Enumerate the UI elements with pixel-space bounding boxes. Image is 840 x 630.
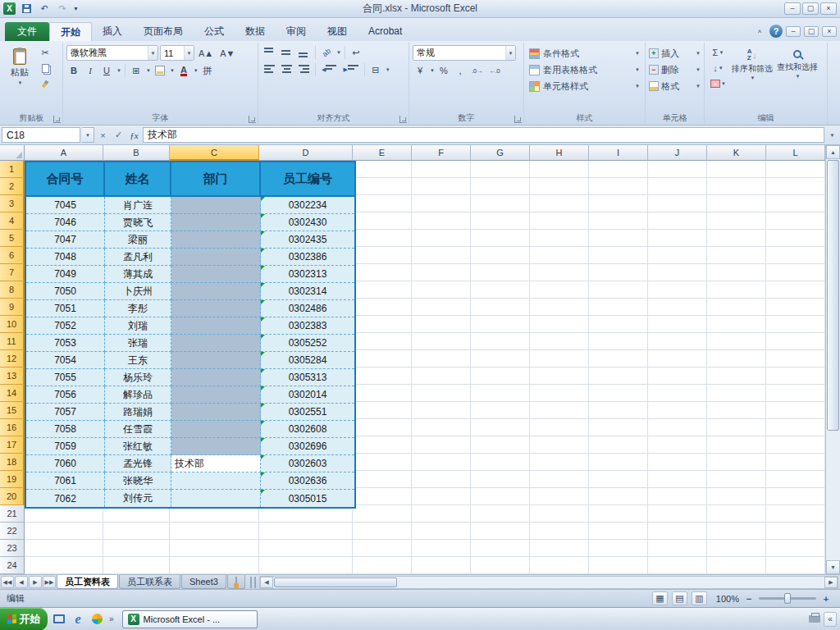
row-header-2[interactable]: 2: [0, 178, 25, 195]
minimize-button[interactable]: –: [784, 2, 801, 15]
font-color-dropdown-icon[interactable]: ▼: [194, 68, 199, 73]
table-header-B[interactable]: 姓名: [105, 162, 171, 197]
row-header-1[interactable]: 1: [0, 161, 25, 178]
align-top-button[interactable]: [262, 45, 277, 60]
cell-C9[interactable]: [171, 300, 261, 317]
vertical-scrollbar[interactable]: ▲ ▼: [825, 145, 840, 574]
cell-A15[interactable]: 7057: [26, 404, 105, 421]
scroll-up-button[interactable]: ▲: [826, 145, 840, 159]
close-button[interactable]: ×: [820, 2, 837, 15]
printer-tray-icon[interactable]: [809, 615, 820, 623]
cell-A8[interactable]: 7050: [26, 283, 105, 300]
row-header-9[interactable]: 9: [0, 299, 25, 316]
cell-D10[interactable]: 0302383: [261, 317, 354, 335]
phonetic-guide-button[interactable]: 拼: [200, 63, 215, 78]
scroll-right-button[interactable]: ▶: [824, 577, 838, 588]
alignment-dialog-launcher[interactable]: [399, 116, 407, 123]
cells-area[interactable]: 合同号姓名部门员工编号7045肖广连03022347046贾晓飞03024307…: [25, 161, 825, 574]
cut-button[interactable]: ✂: [38, 45, 52, 60]
row-header-10[interactable]: 10: [0, 316, 25, 333]
tab-review[interactable]: 审阅: [276, 22, 317, 41]
cell-B20[interactable]: 刘传元: [105, 490, 171, 507]
page-layout-view-button[interactable]: ▤: [672, 591, 687, 605]
cell-C16[interactable]: [171, 421, 261, 438]
cell-B6[interactable]: 孟凡利: [105, 249, 171, 266]
cell-B10[interactable]: 刘瑞: [105, 317, 171, 335]
workbook-restore-button[interactable]: ▢: [804, 26, 819, 37]
wrap-text-button[interactable]: ↩: [349, 45, 363, 60]
cell-B13[interactable]: 杨乐玲: [105, 369, 171, 386]
vertical-scrollbar-thumb[interactable]: [827, 160, 839, 431]
find-select-button[interactable]: 查找和选择 ▼: [776, 45, 819, 110]
borders-dropdown-icon[interactable]: ▼: [146, 68, 151, 73]
cell-B12[interactable]: 王东: [105, 352, 171, 369]
align-bottom-button[interactable]: [296, 45, 312, 60]
merge-center-button[interactable]: ⊟: [368, 62, 383, 77]
name-box-dropdown[interactable]: ▼: [82, 127, 94, 143]
help-button[interactable]: ?: [769, 25, 783, 38]
page-break-view-button[interactable]: ▥: [692, 591, 707, 605]
column-header-H[interactable]: H: [530, 145, 589, 161]
font-dialog-launcher[interactable]: [249, 116, 256, 123]
select-all-corner[interactable]: [0, 145, 25, 161]
redo-button[interactable]: ↷: [55, 2, 70, 16]
column-header-K[interactable]: K: [707, 145, 766, 161]
table-header-C[interactable]: 部门: [171, 162, 261, 197]
last-sheet-button[interactable]: ▶▶: [43, 576, 56, 588]
cell-D14[interactable]: 0302014: [261, 386, 354, 404]
cell-A4[interactable]: 7046: [26, 214, 105, 231]
delete-cells-button[interactable]: − 删除 ▼: [649, 62, 701, 78]
tab-page-layout[interactable]: 页面布局: [133, 22, 194, 41]
cell-A3[interactable]: 7045: [26, 197, 105, 214]
cell-A16[interactable]: 7058: [26, 421, 105, 438]
fill-color-button[interactable]: [153, 63, 167, 78]
zoom-slider-thumb[interactable]: [784, 593, 791, 604]
insert-worksheet-button[interactable]: [227, 575, 245, 589]
excel-app-icon[interactable]: X: [3, 2, 16, 15]
cell-D6[interactable]: 0302386: [261, 249, 354, 266]
cell-A5[interactable]: 7047: [26, 231, 105, 249]
cell-B5[interactable]: 梁丽: [105, 231, 171, 249]
sheet-tab-sheet3[interactable]: Sheet3: [181, 575, 226, 589]
bold-button[interactable]: B: [66, 63, 81, 78]
cell-B9[interactable]: 李彤: [105, 300, 171, 317]
align-left-button[interactable]: [262, 62, 277, 77]
cell-C14[interactable]: [171, 386, 261, 404]
borders-button[interactable]: ⊞: [129, 63, 144, 78]
save-button[interactable]: [19, 2, 34, 16]
number-dialog-launcher[interactable]: [514, 116, 522, 123]
media-player-button[interactable]: [89, 611, 105, 628]
cell-A13[interactable]: 7055: [26, 369, 105, 386]
internet-explorer-button[interactable]: e: [70, 611, 86, 628]
horizontal-scrollbar-thumb[interactable]: [274, 578, 397, 587]
column-header-J[interactable]: J: [648, 145, 707, 161]
row-header-13[interactable]: 13: [0, 368, 25, 385]
scroll-left-button[interactable]: ◀: [260, 577, 273, 588]
show-desktop-button[interactable]: [51, 611, 67, 628]
cell-C4[interactable]: [171, 214, 261, 231]
copy-button[interactable]: [38, 61, 52, 75]
row-header-5[interactable]: 5: [0, 230, 25, 247]
cell-B8[interactable]: 卜庆州: [105, 283, 171, 300]
insert-cells-button[interactable]: + 插入 ▼: [649, 45, 701, 62]
increase-font-button[interactable]: A▲: [196, 46, 216, 61]
cell-D13[interactable]: 0305313: [261, 369, 354, 386]
accounting-dropdown-icon[interactable]: ▼: [430, 68, 435, 73]
tab-insert[interactable]: 插入: [92, 22, 133, 41]
scroll-down-button[interactable]: ▼: [826, 560, 840, 574]
tab-view[interactable]: 视图: [317, 22, 358, 41]
row-header-4[interactable]: 4: [0, 212, 25, 230]
row-header-24[interactable]: 24: [0, 557, 25, 574]
cell-B11[interactable]: 张瑞: [105, 335, 171, 352]
formula-bar-expand-button[interactable]: ▼: [826, 133, 838, 138]
orientation-dropdown-icon[interactable]: ▼: [336, 50, 341, 55]
fill-button[interactable]: ↓▼: [708, 61, 728, 75]
fill-color-dropdown-icon[interactable]: ▼: [170, 68, 175, 73]
tab-scrollbar-splitter[interactable]: [250, 577, 256, 588]
row-header-20[interactable]: 20: [0, 488, 25, 505]
table-header-D[interactable]: 员工编号: [261, 162, 354, 197]
cell-D11[interactable]: 0305252: [261, 335, 354, 352]
cell-A19[interactable]: 7061: [26, 472, 105, 490]
column-header-C[interactable]: C: [170, 145, 259, 161]
align-center-button[interactable]: [279, 62, 294, 77]
